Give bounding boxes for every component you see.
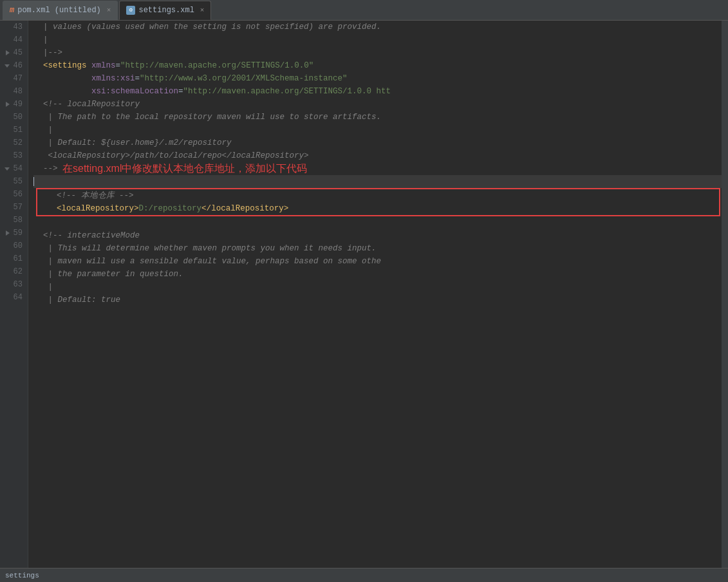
code-line-53: <localRepository>/path/to/local/repo</lo… <box>33 149 722 162</box>
tab-pom-label: pom.xml (untitled) <box>17 6 101 15</box>
fold-59[interactable] <box>6 230 10 236</box>
line-57: 57 <box>3 201 23 214</box>
code-line-45: |--> <box>33 46 722 59</box>
code-line-59: <!-- interactiveMode <box>33 229 722 242</box>
line-44: 44 <box>3 33 23 46</box>
fold-46[interactable] <box>5 64 10 68</box>
code-line-54: --> 在setting.xml中修改默认本地仓库地址，添加以下代码 <box>33 162 722 175</box>
line-61: 61 <box>3 252 23 265</box>
tab-settings[interactable]: ⚙ settings.xml × <box>119 1 211 20</box>
text-cursor <box>33 177 34 186</box>
bottom-label: settings <box>5 572 39 579</box>
code-line-63: | <box>33 281 722 294</box>
line-45: 45 <box>3 46 23 59</box>
fold-45[interactable] <box>6 50 10 55</box>
line-55: 55 <box>3 175 23 188</box>
code-line-44: | <box>33 33 722 46</box>
code-line-51: | <box>33 124 722 136</box>
code-line-57: <localRepository>D:/repository</localRep… <box>37 202 719 215</box>
code-line-47: xmlns:xsi="http://www.w3.org/2001/XMLSch… <box>33 72 722 85</box>
code-line-48: xsi:schemaLocation="http://maven.apache.… <box>33 85 722 98</box>
line-64: 64 <box>3 291 23 304</box>
tabs-bar: m pom.xml (untitled) × ⚙ settings.xml × <box>0 0 728 21</box>
code-line-58 <box>33 216 722 229</box>
line-53: 53 <box>3 149 23 162</box>
scrollbar[interactable] <box>722 21 728 582</box>
bottom-bar: settings <box>0 568 728 582</box>
line-46: 46 <box>3 59 23 72</box>
settings-icon: ⚙ <box>126 6 135 15</box>
line-58: 58 <box>3 214 23 227</box>
code-line-46: <settings xmlns="http://maven.apache.org… <box>33 59 722 72</box>
tab-pom-close[interactable]: × <box>107 6 111 14</box>
boxed-section: <!-- 本地仓库 --> <localRepository>D:/reposi… <box>36 188 720 216</box>
code-line-43: | values (values used when the setting i… <box>33 21 722 33</box>
code-line-55 <box>33 175 722 188</box>
tab-settings-label: settings.xml <box>138 6 194 15</box>
code-line-56: <!-- 本地仓库 --> <box>37 189 719 202</box>
line-51: 51 <box>3 124 23 136</box>
line-60: 60 <box>3 239 23 252</box>
line-48: 48 <box>3 85 23 98</box>
code-line-61: | maven will use a sensible default valu… <box>33 255 722 268</box>
fold-49[interactable] <box>6 102 10 107</box>
line-63: 63 <box>3 278 23 291</box>
annotation-text: 在setting.xml中修改默认本地仓库地址，添加以下代码 <box>62 162 307 175</box>
code-line-64: | Default: true <box>33 294 722 306</box>
pom-icon: m <box>10 6 14 15</box>
code-content[interactable]: | values (values used when the setting i… <box>28 21 722 582</box>
line-59: 59 <box>3 227 23 239</box>
code-line-52: | Default: ${user.home}/.m2/repository <box>33 136 722 149</box>
line-47: 47 <box>3 72 23 85</box>
line-62: 62 <box>3 265 23 278</box>
editor-area: 43 44 45 46 47 48 49 50 51 52 53 <box>0 21 728 582</box>
tab-settings-close[interactable]: × <box>200 6 205 14</box>
tab-pom[interactable]: m pom.xml (untitled) × <box>3 1 118 20</box>
line-49: 49 <box>3 98 23 111</box>
line-54: 54 <box>3 162 23 175</box>
line-50: 50 <box>3 111 23 124</box>
fold-54[interactable] <box>5 167 10 171</box>
code-line-60: | This will determine whether maven prom… <box>33 242 722 255</box>
line-56: 56 <box>3 188 23 201</box>
line-52: 52 <box>3 136 23 149</box>
line-43: 43 <box>3 21 23 33</box>
code-line-49: <!-- localRepository <box>33 98 722 111</box>
code-line-50: | The path to the local repository maven… <box>33 111 722 124</box>
code-line-62: | the parameter in question. <box>33 268 722 281</box>
line-numbers: 43 44 45 46 47 48 49 50 51 52 53 <box>0 21 28 582</box>
